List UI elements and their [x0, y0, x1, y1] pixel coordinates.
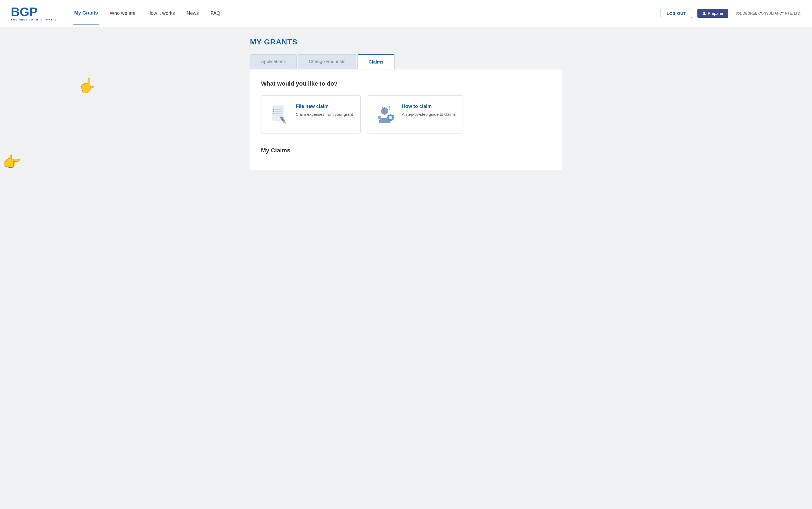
logout-button[interactable]: LOG OUT — [661, 9, 692, 18]
svg-rect-8 — [273, 111, 274, 112]
how-to-claim-title: How to claim — [402, 104, 456, 109]
header: BGP BUSINESS GRANTS PORTAL My Grants Who… — [0, 0, 812, 27]
svg-rect-6 — [274, 115, 280, 115]
cursor-hand-card: 👉 — [3, 154, 21, 171]
logo: BGP BUSINESS GRANTS PORTAL — [11, 6, 57, 21]
logo-text: BGP — [11, 6, 57, 18]
svg-point-0 — [703, 12, 705, 13]
file-new-claim-text: File new claim Claim expenses from your … — [296, 104, 353, 117]
how-to-claim-desc: A step-by-step guide to claims — [402, 111, 456, 117]
header-right: LOG OUT Preparer 361 DEGREE CONSULTANCY … — [661, 9, 801, 18]
svg-point-18 — [389, 116, 392, 119]
action-cards-row: File new claim Claim expenses from your … — [261, 95, 551, 134]
cursor-hand-tabs: 👆 — [78, 77, 97, 94]
my-claims-heading: My Claims — [261, 147, 551, 154]
logo-area: BGP BUSINESS GRANTS PORTAL — [11, 6, 57, 21]
tabs-row: Applications Change Requests Claims — [250, 55, 562, 69]
page-title: MY GRANTS — [250, 38, 562, 46]
how-to-claim-card[interactable]: ? ! — [367, 95, 464, 134]
file-new-claim-card[interactable]: File new claim Claim expenses from your … — [261, 95, 361, 134]
tab-content-claims: What would you like to do? — [250, 69, 562, 170]
tab-applications[interactable]: Applications — [250, 55, 297, 69]
svg-rect-4 — [274, 111, 282, 112]
user-icon — [702, 11, 706, 15]
preparer-button[interactable]: Preparer — [697, 9, 728, 18]
tab-claims[interactable]: Claims — [358, 55, 395, 69]
file-new-claim-desc: Claim expenses from your grant — [296, 111, 353, 117]
svg-rect-20 — [390, 120, 391, 122]
main-nav: My Grants Who we are How it works News F… — [73, 2, 661, 25]
svg-rect-5 — [274, 113, 282, 113]
nav-how-it-works[interactable]: How it works — [146, 2, 176, 25]
how-to-claim-icon: ? ! — [375, 104, 397, 125]
logo-subtext: BUSINESS GRANTS PORTAL — [11, 18, 57, 21]
svg-rect-7 — [273, 109, 274, 110]
svg-text:?: ? — [382, 105, 385, 112]
nav-faq[interactable]: FAQ — [210, 2, 221, 25]
svg-rect-3 — [274, 109, 282, 110]
nav-news[interactable]: News — [186, 2, 200, 25]
nav-my-grants[interactable]: My Grants — [73, 2, 99, 25]
svg-rect-9 — [273, 113, 274, 113]
tab-change-requests[interactable]: Change Requests — [298, 55, 356, 69]
main-content: MY GRANTS Applications Change Requests C… — [245, 27, 567, 181]
file-new-claim-title: File new claim — [296, 104, 353, 109]
svg-rect-22 — [393, 117, 394, 118]
svg-rect-21 — [387, 117, 388, 118]
svg-text:!: ! — [389, 105, 391, 111]
svg-rect-19 — [390, 114, 391, 115]
nav-who-we-are[interactable]: Who we are — [109, 2, 137, 25]
section-question: What would you like to do? — [261, 80, 551, 87]
how-to-claim-text: How to claim A step-by-step guide to cla… — [402, 104, 456, 117]
company-name: 361 DEGREE CONSULTANCY PTE. LTD. — [736, 11, 801, 15]
preparer-label: Preparer — [708, 11, 723, 15]
file-claim-icon — [269, 104, 291, 125]
svg-rect-27 — [378, 116, 381, 119]
